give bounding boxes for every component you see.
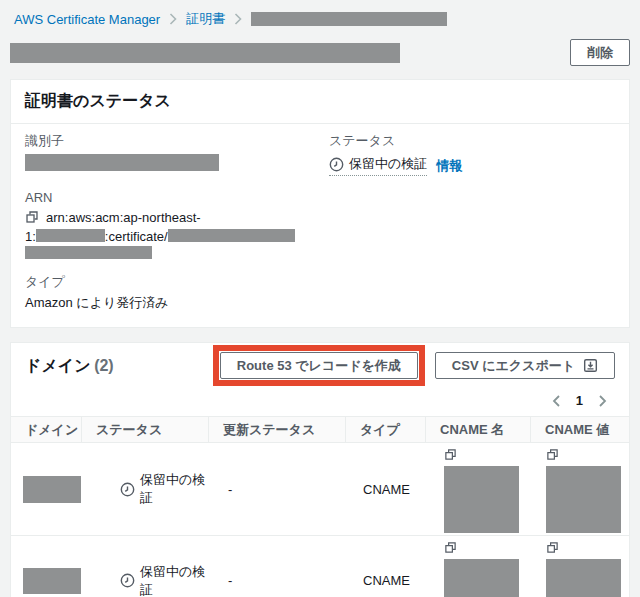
domains-count: (2) xyxy=(94,357,114,374)
identifier-field: 識別子 xyxy=(25,133,329,174)
arn-label: ARN xyxy=(25,190,329,206)
domain-redacted xyxy=(23,568,81,594)
export-csv-button[interactable]: CSV にエクスポート xyxy=(435,352,615,379)
certificate-status-panel: 証明書のステータス 識別子 ARN arn:aws:acm:ap-northea… xyxy=(10,79,630,328)
next-page-icon[interactable] xyxy=(598,395,607,407)
row-renewal-status: - xyxy=(208,443,345,535)
row-status-text: 保留中の検証 xyxy=(140,563,208,597)
previous-page-icon[interactable] xyxy=(552,395,561,407)
create-route53-records-button[interactable]: Route 53 でレコードを作成 xyxy=(220,352,418,379)
copy-icon[interactable] xyxy=(546,541,559,557)
status-text: 保留中の検証 xyxy=(349,155,427,173)
row-renewal-status: - xyxy=(208,536,345,597)
cname-value-redacted xyxy=(546,559,621,597)
copy-icon[interactable] xyxy=(444,448,457,464)
arn-text-line2-prefix: 1: xyxy=(25,229,36,244)
export-csv-label: CSV にエクスポート xyxy=(452,357,575,374)
column-header-status: ステータス xyxy=(81,417,208,442)
copy-icon[interactable] xyxy=(25,210,39,228)
page-title-redacted xyxy=(10,43,400,63)
row-type: CNAME xyxy=(345,536,425,597)
row-status-text: 保留中の検証 xyxy=(140,471,208,507)
annotation-highlight-box: Route 53 でレコードを作成 xyxy=(213,345,425,386)
table-row: 保留中の検証 - CNAME xyxy=(11,536,629,597)
arn-text-line1: arn:aws:acm:ap-northeast- xyxy=(46,210,201,225)
cname-value-redacted xyxy=(546,466,621,533)
status-field: ステータス 保留中の検証 情報 xyxy=(329,133,462,311)
chevron-right-icon xyxy=(169,13,177,25)
delete-button[interactable]: 削除 xyxy=(570,39,630,66)
row-type: CNAME xyxy=(345,443,425,535)
type-value: Amazon により発行済み xyxy=(25,295,329,311)
clock-icon xyxy=(329,157,344,172)
column-header-cname-name: CNAME 名 xyxy=(425,417,530,442)
column-header-cname-value: CNAME 値 xyxy=(530,417,629,442)
copy-icon[interactable] xyxy=(546,448,559,464)
column-header-domain: ドメイン xyxy=(11,417,81,442)
type-field: タイプ Amazon により発行済み xyxy=(25,274,329,311)
arn-cert-id2-redacted xyxy=(25,246,152,259)
breadcrumb-current-redacted xyxy=(251,12,447,26)
pagination: 1 xyxy=(11,386,629,416)
arn-account-redacted xyxy=(36,229,105,242)
clock-icon xyxy=(120,573,135,588)
type-label: タイプ xyxy=(25,274,329,290)
arn-cert-id-redacted xyxy=(168,229,295,242)
arn-text-line2-mid: :certificate/ xyxy=(105,229,168,244)
domains-panel-header: ドメイン (2) Route 53 でレコードを作成 CSV にエクスポート xyxy=(11,343,629,386)
status-label: ステータス xyxy=(329,133,462,149)
chevron-right-icon xyxy=(234,13,242,25)
domains-panel: ドメイン (2) Route 53 でレコードを作成 CSV にエクスポート 1… xyxy=(10,342,630,597)
cname-name-redacted xyxy=(444,559,519,597)
column-header-type: タイプ xyxy=(345,417,425,442)
cname-name-redacted xyxy=(444,466,519,533)
info-link[interactable]: 情報 xyxy=(436,157,462,175)
arn-field: ARN arn:aws:acm:ap-northeast- 1::certifi… xyxy=(25,190,329,262)
certificate-status-title: 証明書のステータス xyxy=(25,92,171,109)
column-header-renewal-status: 更新ステータス xyxy=(208,417,345,442)
table-row: 保留中の検証 - CNAME xyxy=(11,443,629,536)
breadcrumb: AWS Certificate Manager 証明書 xyxy=(0,0,640,28)
page-number[interactable]: 1 xyxy=(576,393,583,408)
table-header-row: ドメイン ステータス 更新ステータス タイプ CNAME 名 CNAME 値 xyxy=(11,416,629,443)
domains-title: ドメイン xyxy=(25,357,91,374)
status-pending-validation[interactable]: 保留中の検証 xyxy=(329,155,427,176)
breadcrumb-link-acm[interactable]: AWS Certificate Manager xyxy=(14,12,160,27)
page-header: 削除 xyxy=(0,28,640,79)
identifier-value-redacted xyxy=(25,154,219,171)
copy-icon[interactable] xyxy=(444,541,457,557)
identifier-label: 識別子 xyxy=(25,133,329,149)
breadcrumb-link-certificates[interactable]: 証明書 xyxy=(186,10,225,28)
clock-icon xyxy=(120,482,135,497)
certificate-status-panel-header: 証明書のステータス xyxy=(11,80,629,124)
domain-redacted xyxy=(23,476,81,503)
download-icon xyxy=(583,358,598,373)
